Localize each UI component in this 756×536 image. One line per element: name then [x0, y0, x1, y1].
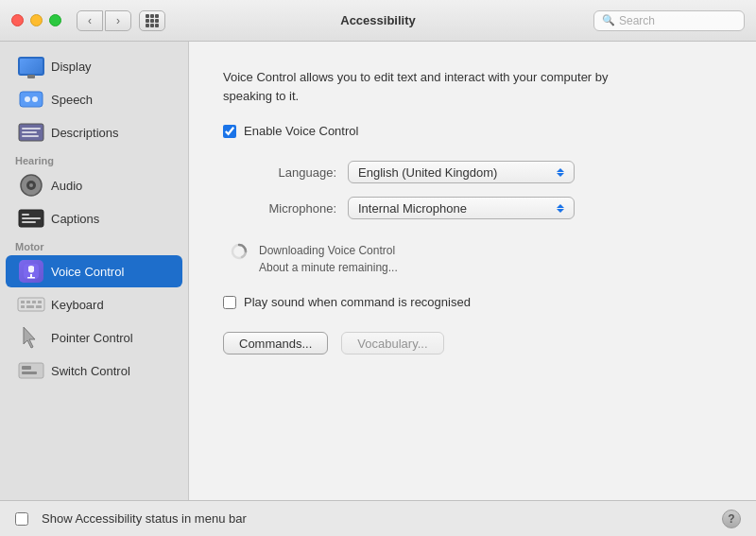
sidebar-item-label: Switch Control: [51, 364, 130, 378]
sidebar-item-descriptions[interactable]: Descriptions: [6, 116, 182, 148]
window-title: Accessibility: [340, 13, 416, 27]
commands-button[interactable]: Commands...: [223, 332, 328, 354]
nav-buttons: ‹ ›: [77, 10, 131, 31]
voice-control-settings: Language: English (United Kingdom) Micro…: [223, 161, 722, 219]
microphone-dropdown-wrapper: Internal Microphone: [348, 197, 575, 219]
svg-marker-25: [24, 327, 35, 348]
microphone-dropdown[interactable]: Internal Microphone: [348, 197, 575, 219]
play-sound-label: Play sound when command is recognised: [244, 295, 471, 309]
voice-control-icon: [17, 260, 45, 283]
sidebar-item-switch-control[interactable]: Switch Control: [6, 354, 182, 387]
sidebar-item-label: Speech: [51, 93, 93, 107]
svg-rect-6: [22, 135, 39, 137]
grid-icon: [146, 14, 159, 27]
audio-icon: [17, 174, 45, 197]
svg-rect-13: [22, 221, 36, 223]
grid-view-button[interactable]: [139, 10, 165, 31]
svg-rect-5: [22, 131, 37, 133]
maximize-button[interactable]: [49, 14, 61, 26]
sidebar-item-label: Descriptions: [51, 126, 119, 140]
svg-rect-16: [27, 277, 35, 279]
show-status-checkbox[interactable]: [15, 512, 28, 526]
content-area: Voice Control allows you to edit text an…: [189, 42, 756, 500]
help-button[interactable]: ?: [722, 510, 741, 528]
sidebar-item-label: Pointer Control: [51, 331, 133, 345]
svg-point-1: [25, 96, 30, 102]
microphone-row: Microphone: Internal Microphone: [223, 197, 722, 219]
traffic-lights: [11, 14, 61, 26]
sidebar-item-label: Keyboard: [51, 298, 104, 312]
language-value: English (United Kingdom): [358, 165, 497, 180]
svg-rect-15: [30, 274, 32, 277]
keyboard-icon: [17, 293, 45, 316]
svg-point-9: [29, 183, 33, 187]
svg-rect-26: [19, 363, 43, 378]
enable-voice-control-label: Enable Voice Control: [244, 124, 358, 138]
voice-control-description: Voice Control allows you to edit text an…: [223, 68, 639, 105]
svg-rect-12: [22, 217, 41, 219]
speech-icon: [17, 88, 45, 111]
enable-voice-control-row: Enable Voice Control: [223, 124, 722, 138]
play-sound-checkbox[interactable]: [223, 296, 236, 309]
sidebar-category-motor: Motor: [0, 235, 188, 254]
search-icon: 🔍: [602, 14, 615, 26]
svg-rect-21: [38, 301, 42, 303]
svg-rect-11: [22, 214, 29, 216]
sidebar-item-label: Display: [51, 60, 92, 74]
sidebar-item-label: Audio: [51, 179, 82, 193]
svg-rect-27: [22, 366, 31, 370]
display-icon: [17, 55, 45, 78]
sidebar-item-audio[interactable]: Audio: [6, 169, 182, 201]
svg-rect-22: [21, 305, 25, 308]
svg-rect-4: [22, 128, 41, 130]
sidebar-item-label: Voice Control: [51, 265, 124, 279]
svg-point-2: [32, 96, 38, 102]
download-status-text: Downloading Voice Control About a minute…: [259, 242, 398, 276]
dropdown-chevron-icon: [557, 204, 564, 213]
back-button[interactable]: ‹: [77, 10, 103, 31]
sidebar-item-speech[interactable]: Speech: [6, 83, 182, 115]
svg-rect-18: [21, 301, 25, 303]
sidebar-item-captions[interactable]: Captions: [6, 202, 182, 234]
sidebar-item-keyboard[interactable]: Keyboard: [6, 288, 182, 320]
svg-rect-28: [22, 372, 37, 374]
dropdown-chevron-icon: [557, 168, 564, 177]
svg-rect-19: [26, 301, 30, 303]
sidebar: Display Speech: [0, 42, 189, 500]
svg-rect-0: [20, 92, 43, 107]
language-label: Language:: [223, 165, 336, 180]
search-placeholder: Search: [619, 14, 655, 27]
language-dropdown-wrapper: English (United Kingdom): [348, 161, 575, 183]
enable-voice-control-checkbox[interactable]: [223, 125, 236, 138]
download-status-row: Downloading Voice Control About a minute…: [223, 242, 722, 276]
svg-rect-23: [26, 305, 34, 308]
microphone-label: Microphone:: [223, 201, 336, 216]
language-row: Language: English (United Kingdom): [223, 161, 722, 183]
forward-button[interactable]: ›: [105, 10, 131, 31]
sidebar-item-label: Captions: [51, 212, 99, 226]
microphone-value: Internal Microphone: [358, 201, 467, 216]
play-sound-row: Play sound when command is recognised: [223, 295, 722, 309]
vocabulary-button[interactable]: Vocabulary...: [341, 332, 443, 354]
action-buttons-row: Commands... Vocabulary...: [223, 332, 722, 354]
svg-rect-20: [32, 301, 36, 303]
spinner-icon: [231, 243, 249, 262]
sidebar-item-voice-control[interactable]: Voice Control: [6, 255, 182, 287]
titlebar: ‹ › Accessibility 🔍 Search: [0, 0, 756, 42]
svg-rect-24: [36, 305, 42, 308]
sidebar-category-hearing: Hearing: [0, 149, 188, 168]
sidebar-item-display[interactable]: Display: [6, 50, 182, 82]
language-dropdown[interactable]: English (United Kingdom): [348, 161, 575, 183]
svg-rect-17: [18, 298, 44, 311]
search-box[interactable]: 🔍 Search: [593, 10, 745, 31]
status-menu-bar-row: Show Accessibility status in menu bar: [15, 511, 247, 526]
minimize-button[interactable]: [30, 14, 43, 26]
captions-icon: [17, 207, 45, 230]
main-content: Display Speech: [0, 42, 756, 500]
sidebar-item-pointer-control[interactable]: Pointer Control: [6, 321, 182, 354]
status-line2: About a minute remaining...: [259, 259, 398, 276]
status-line1: Downloading Voice Control: [259, 242, 398, 259]
descriptions-icon: [17, 121, 45, 144]
pointer-control-icon: [17, 326, 45, 349]
close-button[interactable]: [11, 14, 24, 26]
